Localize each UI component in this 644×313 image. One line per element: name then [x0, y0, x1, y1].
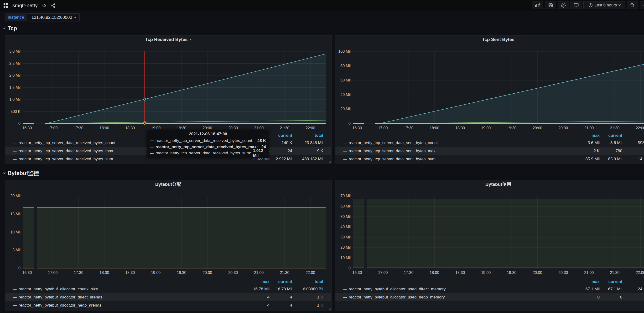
- legend-column-max[interactable]: max: [571, 133, 600, 138]
- legend-table: maxcurrenttotalreactor_netty_bytebuf_all…: [335, 279, 644, 301]
- dashboards-grid-icon[interactable]: [3, 3, 8, 8]
- svg-text:1.5 Mil: 1.5 Mil: [9, 86, 20, 90]
- series-color-swatch: [150, 153, 154, 154]
- legend-series-name: reactor_netty_bytebuf_allocator_chunk_si…: [18, 287, 98, 292]
- svg-text:15 Mil: 15 Mil: [10, 212, 20, 216]
- legend-column-current[interactable]: current: [600, 279, 622, 284]
- section-row-bytebuf[interactable]: Bytebuf监控: [3, 169, 39, 177]
- chevron-down-icon: [618, 3, 621, 6]
- panel-bytebuf-used: Bytebuf使用 010 Mil20 Mil30 Mil40 Mil50 Mi…: [335, 180, 644, 311]
- legend-column-total[interactable]: total: [622, 133, 644, 138]
- svg-text:0: 0: [348, 122, 350, 126]
- panel-title[interactable]: Tcp Received Bytes: [5, 35, 331, 44]
- legend-series-toggle[interactable]: reactor_netty_bytebuf_allocator_chunk_si…: [13, 287, 241, 292]
- variable-instance-dropdown[interactable]: 121.40.92.152:60000: [28, 13, 80, 21]
- dashboard-settings-button[interactable]: [558, 1, 569, 9]
- legend-series-toggle[interactable]: reactor_netty_bytebuf_allocator_used_dir…: [343, 287, 571, 292]
- svg-text:18:00: 18:00: [100, 271, 109, 275]
- svg-text:80 Mil: 80 Mil: [340, 64, 350, 68]
- legend-column-current[interactable]: current: [600, 133, 622, 138]
- legend-column-total[interactable]: total: [292, 133, 323, 138]
- legend-value-total: 23.346 Mil: [292, 141, 323, 145]
- svg-text:5 Mil: 5 Mil: [12, 248, 20, 252]
- save-dashboard-button[interactable]: [545, 1, 556, 9]
- legend-series-toggle[interactable]: reactor_netty_tcp_server_data_sent_bytes…: [343, 141, 571, 145]
- section-title: Bytebuf监控: [8, 169, 39, 177]
- zoom-out-button[interactable]: [627, 1, 638, 9]
- series-color-swatch: [13, 151, 17, 152]
- svg-text:17:30: 17:30: [404, 271, 413, 275]
- svg-text:20:30: 20:30: [558, 126, 568, 130]
- svg-text:19:30: 19:30: [507, 126, 516, 130]
- svg-text:17:00: 17:00: [48, 126, 58, 130]
- legend-column-current[interactable]: current: [270, 133, 292, 138]
- legend-row: reactor_netty_tcp_server_data_sent_bytes…: [335, 147, 644, 155]
- legend-column-max[interactable]: max: [241, 279, 270, 284]
- legend-series-toggle[interactable]: reactor_netty_bytebuf_allocator_direct_a…: [13, 295, 241, 300]
- star-icon[interactable]: [42, 3, 46, 8]
- legend-value-total: 1 K: [292, 303, 323, 308]
- resize-handle[interactable]: [328, 161, 330, 163]
- legend-series-name: reactor_netty_bytebuf_allocator_used_dir…: [349, 287, 446, 292]
- graph-tooltip: 2021-12-06 18:47:00 reactor_netty_tcp_se…: [147, 130, 269, 158]
- dashboard-title: smqtt-netty: [12, 2, 38, 8]
- legend-value-current: 3.6 Mil: [600, 141, 622, 145]
- svg-text:16:30: 16:30: [22, 271, 32, 275]
- legend-series-toggle[interactable]: reactor_netty_tcp_server_data_sent_bytes…: [343, 157, 571, 161]
- series-color-swatch: [13, 305, 17, 306]
- panel-title-text: Tcp Received Bytes: [145, 37, 188, 42]
- legend-series-name: reactor_netty_bytebuf_allocator_direct_a…: [18, 295, 102, 300]
- legend-header: maxcurrenttotal: [335, 279, 644, 285]
- legend-value-current: 4: [270, 295, 292, 300]
- svg-text:19:30: 19:30: [177, 126, 186, 130]
- panel-title[interactable]: Tcp Sent Bytes: [335, 35, 644, 44]
- panel-title[interactable]: Bytebuf分配: [5, 180, 331, 188]
- tooltip-series-name: reactor_netty_tcp_server_data_received_b…: [156, 138, 256, 143]
- legend-series-toggle[interactable]: reactor_netty_bytebuf_allocator_heap_are…: [13, 303, 241, 308]
- chevron-down-icon: [74, 16, 76, 18]
- legend-value-current: 4: [270, 303, 292, 308]
- tooltip-row: reactor_netty_tcp_server_data_received_b…: [150, 138, 266, 144]
- legend-column-total[interactable]: total: [622, 279, 644, 284]
- svg-text:20:30: 20:30: [228, 126, 238, 130]
- svg-text:19:00: 19:00: [151, 271, 160, 275]
- share-icon[interactable]: [51, 3, 55, 8]
- legend-series-toggle[interactable]: reactor_netty_bytebuf_allocator_used_hea…: [343, 295, 571, 300]
- time-range-label: Last 6 hours: [595, 3, 617, 8]
- svg-text:100 Mil: 100 Mil: [338, 49, 350, 53]
- legend-column-current[interactable]: current: [270, 279, 292, 284]
- series-color-swatch: [343, 297, 347, 298]
- tooltip-series-name: reactor_netty_tcp_server_data_received_b…: [156, 145, 260, 149]
- top-nav-bar: smqtt-netty Last 6 hours: [0, 0, 644, 11]
- legend-value-current: 67.1 Mil: [600, 287, 622, 292]
- series-color-swatch: [343, 159, 347, 159]
- legend-value-current: 85.9 Mil: [600, 157, 622, 161]
- tooltip-row: reactor_netty_tcp_server_data_received_b…: [150, 144, 266, 150]
- svg-text:20 Mil: 20 Mil: [340, 107, 350, 111]
- resize-handle[interactable]: [328, 308, 330, 310]
- refresh-button[interactable]: [640, 1, 644, 9]
- legend-column-max[interactable]: max: [571, 279, 600, 284]
- svg-text:20:30: 20:30: [558, 271, 568, 275]
- time-range-picker[interactable]: Last 6 hours: [584, 1, 626, 9]
- legend-column-total[interactable]: total: [292, 279, 323, 284]
- legend-value-max: 85.9 Mil: [571, 157, 600, 161]
- legend-series-name: reactor_netty_tcp_server_data_sent_bytes…: [349, 149, 436, 154]
- legend-value-max: 67.1 Mil: [571, 287, 600, 292]
- svg-text:22:00: 22:00: [636, 271, 644, 275]
- section-row-tcp[interactable]: Tcp: [3, 25, 17, 32]
- legend-series-name: reactor_netty_tcp_server_data_sent_bytes…: [349, 157, 436, 161]
- svg-text:17:00: 17:00: [48, 271, 58, 275]
- add-panel-button[interactable]: [532, 1, 543, 9]
- svg-text:2.5 Mil: 2.5 Mil: [9, 61, 20, 65]
- svg-text:22:00: 22:00: [636, 126, 644, 130]
- legend-row: reactor_netty_bytebuf_allocator_used_dir…: [335, 285, 644, 293]
- svg-text:21:00: 21:00: [254, 271, 264, 275]
- svg-text:3.0 Mil: 3.0 Mil: [9, 49, 20, 53]
- svg-text:19:00: 19:00: [151, 126, 160, 130]
- legend-value-max: 4: [241, 295, 270, 300]
- cycle-view-mode-button[interactable]: [570, 1, 582, 9]
- legend-series-toggle[interactable]: reactor_netty_tcp_server_data_sent_bytes…: [343, 149, 571, 154]
- panel-title[interactable]: Bytebuf使用: [335, 180, 644, 188]
- tooltip-rows: reactor_netty_tcp_server_data_received_b…: [150, 138, 266, 156]
